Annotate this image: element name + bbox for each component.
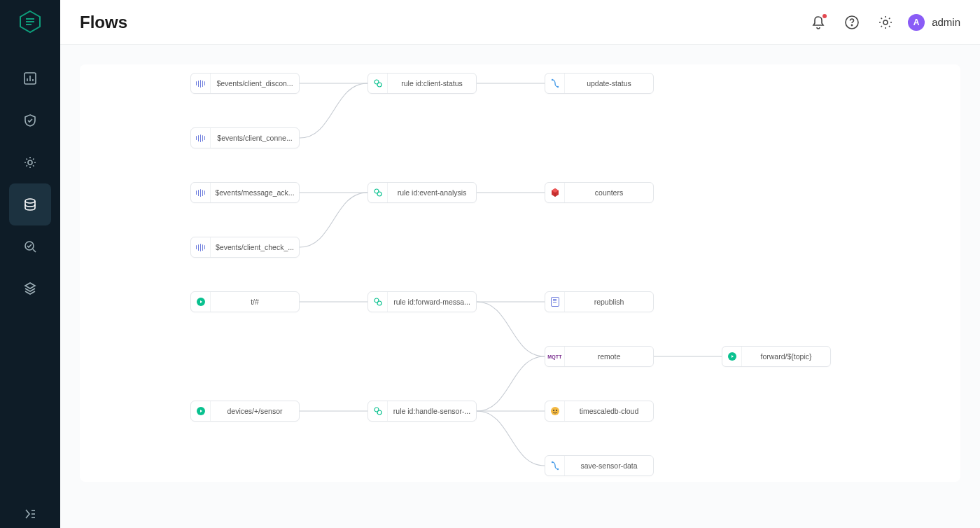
svg-line-11: [33, 249, 36, 252]
sidebar-item-cluster[interactable]: [9, 268, 51, 310]
svg-point-25: [377, 410, 382, 415]
sidebar: [0, 0, 60, 528]
flow-node-label: $events/client_discon...: [211, 79, 299, 88]
sidebar-item-management[interactable]: [9, 141, 51, 183]
topic-icon: [728, 352, 736, 361]
cube-icon: [550, 188, 560, 197]
flow-node[interactable]: $events/message_ack...: [190, 182, 300, 203]
database-icon: [550, 406, 560, 416]
flow-node[interactable]: MQTTremote: [545, 346, 654, 367]
notification-dot-icon: [822, 14, 827, 18]
sidebar-collapse-button[interactable]: [0, 500, 60, 528]
flow-node[interactable]: republish: [545, 291, 654, 312]
webhook-icon: [550, 78, 560, 88]
rule-icon: [374, 188, 382, 197]
svg-point-16: [852, 25, 853, 25]
flow-node[interactable]: $events/client_discon...: [190, 73, 300, 94]
flow-node-label: rule id:event-analysis: [388, 188, 476, 197]
flow-node-label: t/#: [211, 298, 299, 306]
flow-node[interactable]: devices/+/sensor: [190, 401, 300, 422]
flow-node-label: remote: [565, 352, 653, 361]
notifications-button[interactable]: [802, 6, 835, 39]
flow-node[interactable]: rule id:forward-messa...: [368, 291, 477, 312]
flow-node[interactable]: rule id:client-status: [368, 73, 477, 94]
flow-node-label: $events/client_check_...: [211, 243, 299, 251]
webhook-icon: [550, 461, 560, 471]
svg-point-9: [25, 199, 35, 203]
flow-node[interactable]: counters: [545, 182, 654, 203]
event-icon: [196, 189, 206, 197]
settings-button[interactable]: [869, 6, 902, 39]
svg-point-27: [556, 86, 558, 88]
flow-node-label: rule id:client-status: [388, 79, 476, 88]
flow-node-label: rule id:handle-sensor-...: [388, 407, 476, 415]
flow-node[interactable]: update-status: [545, 73, 654, 94]
svg-point-31: [551, 461, 552, 463]
flow-node[interactable]: timescaledb-cloud: [545, 401, 654, 422]
sidebar-item-access-control[interactable]: [9, 99, 51, 141]
event-icon: [196, 80, 206, 88]
svg-point-23: [377, 301, 382, 305]
svg-point-8: [28, 160, 32, 165]
flow-node[interactable]: $events/client_conne...: [190, 127, 300, 148]
sidebar-item-integration[interactable]: [9, 183, 51, 225]
svg-point-28: [551, 407, 559, 415]
flow-node-label: forward/${topic}: [742, 352, 830, 361]
flow-node-label: republish: [565, 298, 653, 306]
rule-icon: [374, 407, 382, 415]
flow-node-label: update-status: [565, 79, 653, 88]
flow-node[interactable]: save-sensor-data: [545, 455, 654, 476]
flow-node-label: counters: [565, 188, 653, 197]
svg-point-30: [556, 410, 557, 411]
flow-node-label: save-sensor-data: [565, 461, 653, 470]
flow-node[interactable]: $events/client_check_...: [190, 237, 300, 258]
page-title: Flows: [80, 13, 127, 32]
flow-node-label: $events/client_conne...: [211, 134, 299, 142]
flow-node-label: timescaledb-cloud: [565, 407, 653, 415]
svg-point-21: [377, 192, 382, 196]
flow-node-label: devices/+/sensor: [211, 407, 299, 415]
sidebar-item-monitor[interactable]: [9, 57, 51, 99]
user-avatar[interactable]: A: [908, 14, 925, 31]
topic-icon: [197, 298, 205, 306]
svg-point-32: [556, 468, 558, 470]
help-button[interactable]: [835, 6, 869, 39]
svg-point-26: [551, 79, 552, 81]
mqtt-icon: MQTT: [547, 354, 562, 359]
topic-icon: [197, 407, 205, 415]
rule-icon: [374, 79, 382, 88]
sidebar-item-diagnose[interactable]: [9, 225, 51, 268]
rule-icon: [374, 298, 382, 306]
app-logo[interactable]: [18, 10, 42, 34]
user-name[interactable]: admin: [932, 16, 960, 28]
flow-node[interactable]: t/#: [190, 291, 300, 312]
flow-canvas[interactable]: $events/client_discon...$events/client_c…: [80, 64, 960, 482]
svg-point-19: [377, 83, 382, 87]
flow-node[interactable]: rule id:event-analysis: [368, 182, 477, 203]
svg-point-17: [883, 20, 888, 25]
topbar: Flows A admin: [60, 0, 980, 45]
event-icon: [196, 244, 206, 251]
svg-point-29: [553, 410, 554, 411]
flow-node-label: rule id:forward-messa...: [388, 298, 476, 306]
republish-icon: [551, 297, 559, 307]
flow-node[interactable]: rule id:handle-sensor-...: [368, 401, 477, 422]
flow-node[interactable]: forward/${topic}: [722, 346, 831, 367]
flow-node-label: $events/message_ack...: [211, 188, 299, 197]
event-icon: [196, 134, 206, 142]
